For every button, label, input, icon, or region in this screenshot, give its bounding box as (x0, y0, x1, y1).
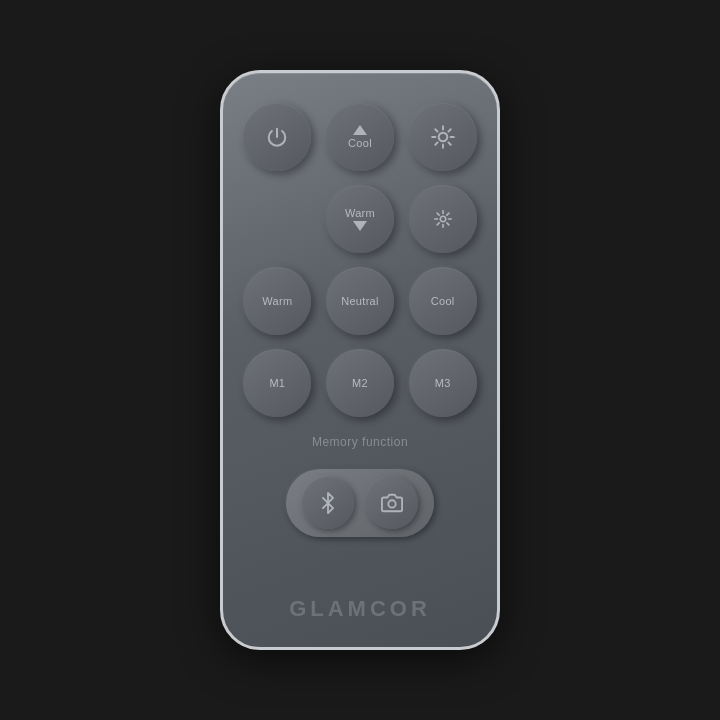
brightness-high-button[interactable] (409, 103, 477, 171)
warm-down-label: Warm (345, 207, 375, 219)
svg-line-6 (448, 142, 450, 144)
warm-label: Warm (262, 295, 292, 307)
svg-point-18 (388, 500, 395, 507)
camera-button[interactable] (366, 477, 418, 529)
button-row-3: Warm Neutral Cool (243, 267, 477, 335)
svg-point-0 (438, 133, 447, 142)
cool-button[interactable]: Cool (409, 267, 477, 335)
cool-up-label: Cool (348, 137, 372, 149)
memory-function-label: Memory function (312, 435, 408, 449)
brightness-low-button[interactable] (409, 185, 477, 253)
bluetooth-button[interactable] (302, 477, 354, 529)
button-row-4: M1 M2 M3 (243, 349, 477, 417)
svg-point-9 (440, 216, 446, 222)
neutral-button[interactable]: Neutral (326, 267, 394, 335)
m1-button[interactable]: M1 (243, 349, 311, 417)
svg-line-17 (437, 223, 439, 225)
arrow-up-icon (353, 125, 367, 135)
m2-button[interactable]: M2 (326, 349, 394, 417)
svg-line-8 (435, 142, 437, 144)
warm-button[interactable]: Warm (243, 267, 311, 335)
button-row-2: Warm (243, 185, 477, 253)
cool-up-button[interactable]: Cool (326, 103, 394, 171)
warm-down-button[interactable]: Warm (326, 185, 394, 253)
brand-name: GLAMCOR (289, 586, 431, 622)
m2-label: M2 (352, 377, 368, 389)
m1-label: M1 (269, 377, 285, 389)
m3-label: M3 (435, 377, 451, 389)
svg-line-15 (447, 223, 449, 225)
svg-line-16 (447, 213, 449, 215)
power-button[interactable] (243, 103, 311, 171)
arrow-down-icon (353, 221, 367, 231)
svg-line-5 (435, 129, 437, 131)
m3-button[interactable]: M3 (409, 349, 477, 417)
svg-line-14 (437, 213, 439, 215)
cool-label: Cool (431, 295, 455, 307)
button-row-1: Cool (243, 103, 477, 171)
bottom-bar (286, 469, 434, 537)
remote-control: Cool (220, 70, 500, 650)
svg-line-7 (448, 129, 450, 131)
neutral-label: Neutral (341, 295, 379, 307)
